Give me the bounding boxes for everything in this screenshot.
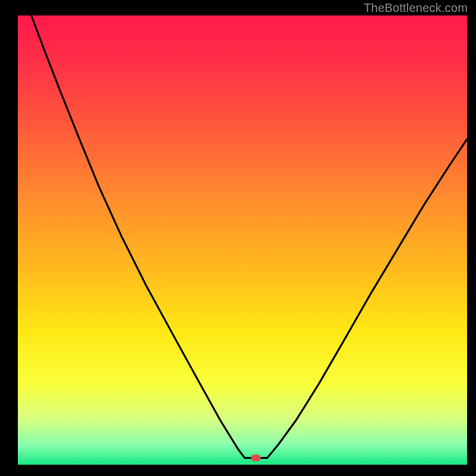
plot-background xyxy=(18,15,467,465)
chart-frame: TheBottleneck.com xyxy=(0,0,476,476)
bottleneck-plot xyxy=(18,15,467,465)
optimum-marker xyxy=(251,455,261,461)
watermark-text: TheBottleneck.com xyxy=(364,1,468,15)
